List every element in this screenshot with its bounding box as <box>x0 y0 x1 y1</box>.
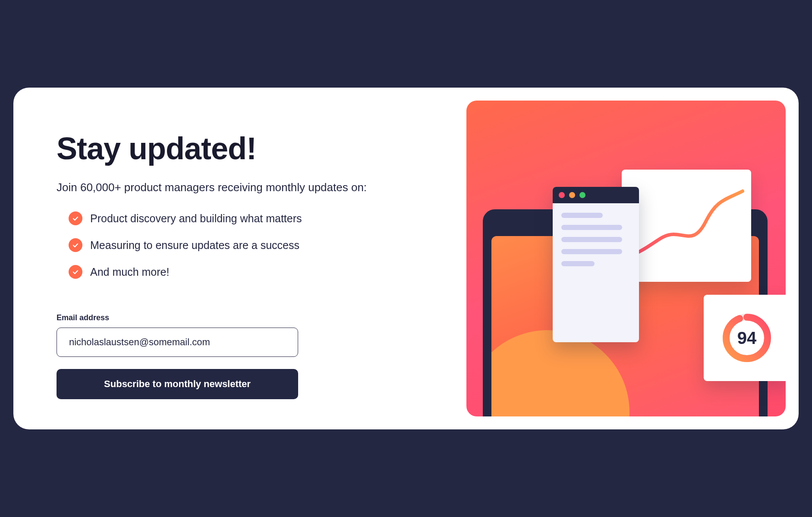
text-line-graphic <box>561 249 622 254</box>
score-value: 94 <box>721 312 773 364</box>
chart-card <box>622 170 751 282</box>
check-icon <box>69 211 82 225</box>
traffic-light-close-icon <box>559 192 565 198</box>
subscribe-button[interactable]: Subscribe to monthly newsletter <box>57 369 298 399</box>
score-ring-icon: 94 <box>721 312 773 364</box>
illustration-panel: 94 <box>466 101 786 416</box>
subtitle: Join 60,000+ product managers receiving … <box>57 179 436 196</box>
window-content <box>553 203 639 283</box>
check-icon <box>69 238 82 252</box>
list-item-label: Product discovery and building what matt… <box>90 212 302 225</box>
window-titlebar <box>553 187 639 203</box>
check-icon <box>69 265 82 279</box>
text-line-graphic <box>561 213 603 218</box>
list-item: Measuring to ensure updates are a succes… <box>57 238 436 252</box>
window-card <box>553 187 639 342</box>
text-line-graphic <box>561 237 622 242</box>
list-item-label: And much more! <box>90 266 169 278</box>
bullet-list: Product discovery and building what matt… <box>57 211 436 292</box>
traffic-light-zoom-icon <box>579 192 585 198</box>
traffic-light-minimize-icon <box>569 192 575 198</box>
score-card: 94 <box>704 295 786 381</box>
email-field[interactable] <box>57 328 298 357</box>
list-item: And much more! <box>57 265 436 279</box>
subscribe-form: Email address Subscribe to monthly newsl… <box>57 313 298 399</box>
signup-card: Stay updated! Join 60,000+ product manag… <box>13 88 799 429</box>
list-item-label: Measuring to ensure updates are a succes… <box>90 239 299 252</box>
content-panel: Stay updated! Join 60,000+ product manag… <box>26 101 453 416</box>
email-label: Email address <box>57 313 298 322</box>
sun-graphic <box>491 330 629 416</box>
page-title: Stay updated! <box>57 131 436 166</box>
text-line-graphic <box>561 261 595 266</box>
list-item: Product discovery and building what matt… <box>57 211 436 225</box>
text-line-graphic <box>561 225 622 230</box>
chart-line-icon <box>622 170 751 282</box>
